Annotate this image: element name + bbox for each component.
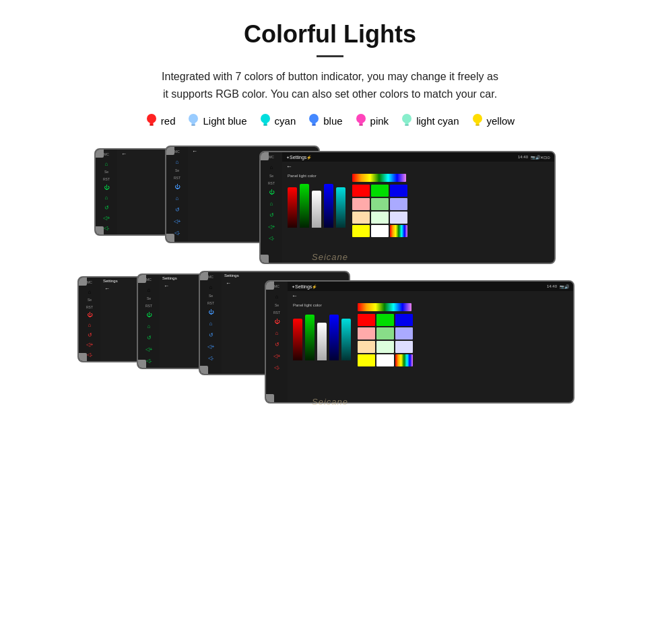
bar-cyan	[336, 187, 345, 228]
set-label: Se	[147, 296, 151, 300]
cell-lavender	[390, 212, 407, 224]
color-bars-b	[293, 310, 351, 360]
color-item-yellow: yellow	[471, 113, 515, 128]
svg-point-18	[473, 114, 482, 123]
bar-white	[312, 191, 321, 228]
bracket-tl	[265, 280, 274, 290]
back-icon: ↺	[172, 205, 182, 214]
svg-rect-14	[359, 125, 363, 126]
power-icon: ⏻	[172, 182, 182, 191]
svg-point-0	[147, 114, 156, 123]
sidebar: MC ⌂ Se RST ⏻ ⌂ ↺ ◁+ ◁-	[261, 152, 282, 263]
sidebar: MC ⌂ Se RST ⏻ ⌂ ↺ ◁+ ◁-	[200, 272, 222, 374]
bars-panel: Panel light color	[288, 174, 345, 237]
svg-rect-16	[405, 123, 409, 125]
color-bars-container	[288, 181, 345, 228]
cell-blue	[390, 185, 407, 197]
vol2-icon: ◁-	[206, 353, 216, 362]
vol-icon-b: 🔊	[564, 284, 569, 289]
cell-ltblue	[390, 198, 407, 210]
description: Integrated with 7 colors of button indic…	[27, 68, 633, 102]
home2-icon: ⌂	[272, 328, 282, 337]
cell-r1	[358, 314, 375, 326]
cell-white	[371, 225, 389, 237]
bar-red-b	[293, 319, 302, 360]
color-grid	[352, 185, 407, 237]
bar-blue-b	[329, 315, 339, 360]
cell-mint	[371, 212, 389, 224]
cell-pink	[352, 198, 370, 210]
color-item-red: red	[145, 113, 176, 128]
mic-label: MC	[104, 152, 109, 156]
color-label-lightcyan: light cyan	[416, 115, 459, 127]
set-label: Se	[209, 294, 213, 298]
nav-arrow: ←	[121, 151, 127, 157]
back-icon: ↺	[144, 333, 154, 342]
cell-yellow	[352, 225, 370, 237]
cell-peach	[352, 212, 370, 224]
rst-label: RST	[268, 181, 275, 185]
cell-g3	[376, 341, 394, 353]
power-icon: ⏻	[85, 311, 94, 319]
screen-content: MC ⌂ Se RST ⏻ ⌂ ↺ ◁+ ◁-	[266, 282, 573, 402]
bar-green-b	[305, 315, 315, 360]
mic-label: MC	[174, 150, 180, 154]
usb-icon: ⚡	[312, 284, 317, 289]
svg-rect-20	[475, 125, 480, 126]
back-arrow-b: ←	[292, 292, 298, 299]
svg-point-3	[189, 114, 198, 123]
set-label: Se	[175, 168, 179, 172]
back-arrow: ←	[286, 163, 292, 170]
home2-icon: ⌂	[267, 199, 276, 208]
screens-section: MC ⌂ Se RST ⏻ ⌂ ↺ ◁+ ◁- ←	[27, 143, 633, 392]
home-icon: ⌂	[102, 160, 111, 168]
home2-icon: ⌂	[206, 319, 216, 328]
bracket-bl	[137, 360, 146, 369]
page-container: Colorful Lights Integrated with 7 colors…	[0, 0, 660, 406]
bracket-tl	[259, 151, 269, 160]
sidebar: MC ⌂ Se RST ⏻ ⌂ ↺ ◁+ ◁-	[166, 147, 188, 242]
rst-label: RST	[273, 311, 280, 315]
power-icon: ⏻	[102, 183, 111, 191]
back-icon: ↺	[272, 340, 282, 349]
svg-rect-19	[475, 123, 479, 125]
yellow-bulb-icon	[471, 113, 484, 128]
sidebar: MC ⌂ Se RST ⏻ ⌂ ↺ ◁+ ◁-	[79, 278, 100, 361]
vol2-icon: ◁-	[272, 362, 282, 372]
cell-g2	[376, 327, 394, 340]
time-display: 14:40	[518, 155, 528, 159]
bracket-bl	[265, 394, 274, 404]
lightblue-bulb-icon	[187, 113, 199, 128]
device-front-b: MC ⌂ Se RST ⏻ ⌂ ↺ ◁+ ◁-	[265, 280, 574, 404]
vol-icon: ◁+	[267, 222, 276, 231]
svg-point-12	[356, 114, 366, 123]
blue-bulb-icon	[308, 113, 320, 128]
nav-bar-b: ←	[288, 291, 573, 300]
svg-rect-13	[359, 123, 362, 125]
lightcyan-bulb-icon	[401, 113, 413, 128]
bottom-screens-row: MC ⌂ Se RST ⏻ ⌂ ↺ ◁+ ◁- Settings	[27, 271, 633, 392]
vol-icon: ◁+	[144, 344, 154, 354]
home-icon: ⌂	[85, 288, 94, 296]
home-icon: ⌂	[267, 162, 276, 172]
svg-rect-8	[263, 125, 267, 126]
rst-label: RST	[145, 304, 152, 308]
rst-label: RST	[207, 301, 214, 305]
rainbow-bar	[352, 174, 406, 182]
settings-title: Settings	[290, 155, 306, 160]
bar-red	[288, 187, 297, 228]
panel-label: Panel light color	[288, 174, 345, 178]
bar-white-b	[317, 323, 327, 360]
nav-bar: ←	[282, 162, 554, 171]
panel-content: Panel light color	[282, 171, 554, 240]
cell-y	[358, 354, 375, 366]
settings-text-b3: Settings	[222, 272, 349, 279]
cell-b2	[395, 327, 413, 340]
bars-panel-b: Panel light color	[293, 303, 351, 366]
home2-icon: ⌂	[102, 193, 111, 201]
nav-arrow: ←	[192, 148, 197, 154]
cell-b3	[395, 341, 413, 353]
bracket-bl	[165, 234, 174, 243]
vol-status: 🔊	[535, 155, 540, 160]
title-divider	[317, 55, 343, 57]
